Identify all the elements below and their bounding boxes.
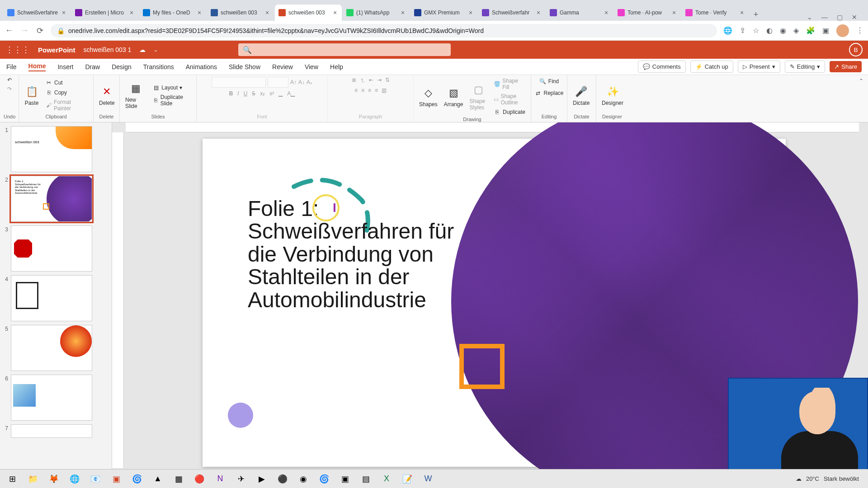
undo-icon[interactable]: ↶ <box>7 77 12 83</box>
app-icon[interactable]: 🔴 <box>190 471 209 487</box>
cloud-icon[interactable]: ☁ <box>139 46 146 53</box>
bookmark-icon[interactable]: ☆ <box>753 26 759 35</box>
browser-tab[interactable]: My files - OneD× <box>139 5 206 21</box>
arrange-button[interactable]: ▧Arrange <box>442 85 465 108</box>
obs-icon[interactable]: ⚫ <box>273 471 292 487</box>
layout-button[interactable]: ▤Layout▾ <box>151 83 193 92</box>
search-input[interactable]: 🔍 <box>238 43 451 56</box>
close-icon[interactable]: × <box>467 9 474 16</box>
close-icon[interactable]: × <box>400 9 406 16</box>
slide-thumb[interactable] <box>11 375 92 421</box>
user-avatar[interactable]: B <box>849 43 863 56</box>
new-tab-button[interactable]: + <box>750 8 762 21</box>
close-icon[interactable]: × <box>603 9 609 16</box>
tab-view[interactable]: View <box>305 63 318 70</box>
vlc-icon[interactable]: ▲ <box>148 471 167 487</box>
slide-thumb[interactable]: schweißen 003 <box>11 126 92 172</box>
extension-icon[interactable]: ◐ <box>766 26 773 35</box>
tab-file[interactable]: File <box>6 63 17 70</box>
cut-button[interactable]: ✂Cut <box>43 78 90 87</box>
menu-icon[interactable]: ⋮ <box>856 26 863 35</box>
new-slide-button[interactable]: ▦New Slide <box>123 80 148 110</box>
chevron-down-icon[interactable]: ⌄ <box>807 14 812 21</box>
collapse-ribbon-icon[interactable]: ⌃ <box>854 75 868 122</box>
chevron-down-icon[interactable]: ▾ <box>772 63 775 70</box>
close-icon[interactable]: ✕ <box>852 14 857 21</box>
profile-avatar[interactable] <box>836 24 849 37</box>
browser-tab[interactable]: GMX Premium× <box>410 5 477 21</box>
firefox-icon[interactable]: 🦊 <box>44 471 63 487</box>
close-icon[interactable]: × <box>196 9 203 16</box>
browser-tab-active[interactable]: schweißen 003× <box>275 5 342 21</box>
catchup-button[interactable]: ⚡Catch up <box>690 61 733 73</box>
outlook-icon[interactable]: 📧 <box>86 471 105 487</box>
start-button[interactable]: ⊞ <box>3 471 22 487</box>
designer-button[interactable]: ✨Designer <box>600 84 625 107</box>
browser-tab[interactable]: Gamma× <box>546 5 613 21</box>
minimize-icon[interactable]: — <box>821 14 828 21</box>
orange-square-shape[interactable] <box>459 344 505 389</box>
find-button[interactable]: 🔍Find <box>538 77 561 86</box>
tab-help[interactable]: Help <box>330 63 343 70</box>
app-icon[interactable]: ▣ <box>335 471 354 487</box>
chevron-down-icon[interactable]: ▾ <box>817 63 820 70</box>
slide-thumb-selected[interactable]: Folie 1: Schweißverfahren für die Verbin… <box>11 176 92 222</box>
tab-animations[interactable]: Animations <box>186 63 217 70</box>
excel-icon[interactable]: X <box>377 471 396 487</box>
tab-insert[interactable]: Insert <box>57 63 73 70</box>
browser-tab[interactable]: schweißen 003× <box>207 5 274 21</box>
lilac-circle-shape[interactable] <box>228 403 253 428</box>
tab-design[interactable]: Design <box>112 63 132 70</box>
slide-title-text[interactable]: Folie 1: Schweißverfahren für die Verbin… <box>248 197 465 311</box>
app-icon[interactable]: 🌀 <box>315 471 334 487</box>
paste-button[interactable]: 📋Paste <box>23 84 41 107</box>
browser-tab[interactable]: Schweißverfahren× <box>4 5 71 21</box>
slide-thumbnails[interactable]: 1 schweißen 003 2 Folie 1: Schweißverfah… <box>0 122 112 473</box>
tab-transitions[interactable]: Transitions <box>143 63 174 70</box>
notepad-icon[interactable]: 📝 <box>398 471 417 487</box>
close-icon[interactable]: × <box>128 9 135 16</box>
translate-icon[interactable]: 🌐 <box>723 26 732 35</box>
app-launcher-icon[interactable]: ⋮⋮⋮ <box>5 45 30 55</box>
slide-thumb[interactable] <box>11 225 92 272</box>
share-icon[interactable]: ⇪ <box>740 26 745 35</box>
extensions-icon[interactable]: 🧩 <box>806 26 815 35</box>
duplicate-slide-button[interactable]: ⎘Duplicate Slide <box>151 93 193 108</box>
powerpoint-icon[interactable]: ▣ <box>107 471 126 487</box>
close-icon[interactable]: × <box>332 9 338 16</box>
app-icon[interactable]: ▤ <box>356 471 375 487</box>
sidepanel-icon[interactable]: ▣ <box>822 26 829 35</box>
close-icon[interactable]: × <box>535 9 542 16</box>
redo-icon[interactable]: ↷ <box>7 86 12 92</box>
editing-button[interactable]: ✎Editing▾ <box>785 61 826 73</box>
close-icon[interactable]: × <box>264 9 270 16</box>
share-button[interactable]: ↗Share <box>830 61 862 72</box>
word-icon[interactable]: W <box>419 471 438 487</box>
slide-thumb[interactable] <box>11 424 92 438</box>
browser-tab[interactable]: Tome · Verify× <box>682 5 749 21</box>
delete-button[interactable]: ✕Delete <box>97 84 117 107</box>
slide-thumb[interactable] <box>11 325 92 371</box>
app-icon[interactable]: ▦ <box>169 471 188 487</box>
close-icon[interactable]: × <box>739 9 745 16</box>
slide-canvas[interactable]: Folie 1: Schweißverfahren für die Verbin… <box>203 139 786 467</box>
maximize-icon[interactable]: ▢ <box>837 14 843 21</box>
slide-thumb[interactable] <box>11 275 92 321</box>
tab-draw[interactable]: Draw <box>85 63 100 70</box>
dictate-button[interactable]: 🎤Dictate <box>571 84 591 107</box>
telegram-icon[interactable]: ✈ <box>231 471 250 487</box>
chevron-down-icon[interactable]: ⌄ <box>154 47 158 53</box>
browser-tab[interactable]: Erstellen | Micro× <box>71 5 138 21</box>
url-field[interactable]: 🔒 onedrive.live.com/edit.aspx?resid=3DE0… <box>51 24 717 38</box>
app-icon[interactable]: ◉ <box>294 471 313 487</box>
present-button[interactable]: ▷Present▾ <box>738 61 780 73</box>
tab-review[interactable]: Review <box>272 63 293 70</box>
system-tray[interactable]: ☁ 20°C Stark bewölkt <box>796 475 865 482</box>
extension-icon[interactable]: ◈ <box>793 26 799 35</box>
close-icon[interactable]: × <box>61 9 67 16</box>
shapes-button[interactable]: ◇Shapes <box>417 85 439 108</box>
extension-icon[interactable]: ◉ <box>780 26 786 35</box>
back-icon[interactable]: ← <box>5 26 14 35</box>
reload-icon[interactable]: ⟳ <box>35 26 44 36</box>
file-explorer-icon[interactable]: 📁 <box>24 471 42 487</box>
